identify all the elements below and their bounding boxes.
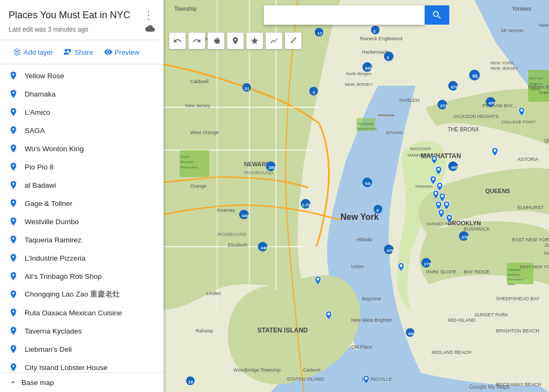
star-tool-button[interactable] [246, 32, 263, 49]
svg-text:New Ro...: New Ro... [539, 23, 549, 28]
svg-text:Carteret: Carteret [303, 367, 321, 373]
svg-text:New West Brighton: New West Brighton [351, 317, 392, 323]
place-item-9[interactable]: Taqueria Ramirez [0, 231, 164, 249]
svg-text:495: 495 [451, 165, 458, 170]
place-item-1[interactable]: Dhamaka [0, 85, 164, 103]
place-item-13[interactable]: Ruta Oaxaca Mexican Cuisine [0, 304, 164, 322]
place-item-16[interactable]: City Island Lobster House [0, 358, 164, 372]
svg-point-135 [437, 168, 440, 171]
svg-text:18: 18 [188, 380, 193, 384]
place-item-12[interactable]: Chongqing Lao Zao 重慶老灶 [0, 285, 164, 304]
svg-text:278: 278 [424, 262, 432, 267]
svg-text:Recreation: Recreation [508, 278, 523, 281]
place-name: Taqueria Ramirez [25, 236, 81, 244]
place-item-6[interactable]: al Badawi [0, 176, 164, 194]
place-item-7[interactable]: Gage & Tollner [0, 194, 164, 212]
pin-icon [231, 36, 240, 45]
svg-text:280: 280 [269, 165, 276, 170]
svg-text:1-79: 1-79 [302, 203, 311, 208]
place-name: Ali's Trinbago Roti Shop [25, 272, 102, 280]
svg-point-139 [441, 195, 444, 197]
place-name: Wu's Wonton King [25, 145, 84, 153]
place-name: City Island Lobster House [25, 364, 108, 372]
undo-button[interactable] [169, 32, 186, 49]
search-button[interactable] [425, 5, 449, 25]
svg-text:600: 600 [365, 66, 373, 71]
svg-point-148 [365, 377, 368, 380]
place-item-4[interactable]: Wu's Wonton King [0, 139, 164, 158]
place-item-5[interactable]: Pio Pio 8 [0, 158, 164, 176]
svg-point-136 [432, 177, 435, 180]
svg-point-147 [328, 313, 330, 315]
pin-tool-button[interactable] [227, 32, 244, 49]
base-map-section[interactable]: Base map [0, 372, 164, 392]
place-item-0[interactable]: Yellow Rose [0, 66, 164, 85]
place-pin-icon [9, 180, 18, 190]
svg-text:3: 3 [313, 90, 315, 95]
svg-text:17: 17 [317, 31, 322, 36]
place-pin-icon [9, 198, 18, 208]
svg-text:JACKSON HEIGHTS: JACKSON HEIGHTS [453, 114, 499, 119]
svg-rect-40 [180, 150, 209, 177]
place-item-15[interactable]: Liebman's Deli [0, 340, 164, 358]
svg-text:278: 278 [440, 103, 448, 108]
place-item-8[interactable]: Westville Dumbo [0, 212, 164, 231]
svg-text:Kennedy Interna...: Kennedy Interna... [544, 250, 549, 256]
svg-text:278: 278 [462, 235, 469, 240]
svg-text:MANHATTAN: MANHATTAN [407, 153, 434, 158]
svg-text:95: 95 [472, 73, 478, 79]
svg-text:Mountain: Mountain [181, 160, 194, 164]
svg-text:BUSHWICK: BUSHWICK [464, 226, 490, 232]
svg-text:Elizabeth: Elizabeth [228, 242, 248, 248]
map-canvas: NEWARK IRONBOUND IRONBOUND MANHATTAN BRO… [164, 0, 549, 392]
svg-text:West Orange: West Orange [190, 130, 219, 135]
place-item-2[interactable]: L'Amico [0, 103, 164, 121]
svg-text:EAST NEW YORK: EAST NEW YORK [520, 264, 549, 269]
place-pin-icon [9, 162, 18, 172]
place-pin-icon [9, 71, 18, 80]
line-tool-button[interactable] [265, 32, 283, 49]
svg-point-137 [439, 184, 441, 187]
place-item-14[interactable]: Taverna Kyclades [0, 322, 164, 340]
place-pin-icon [9, 144, 18, 153]
place-item-10[interactable]: L'Industrie Pizzeria [0, 249, 164, 267]
svg-text:NEW JERSEY: NEW JERSEY [345, 82, 373, 87]
place-pin-icon [9, 125, 18, 135]
svg-text:MID-ISLAND: MID-ISLAND [448, 317, 476, 323]
svg-text:BAY RIDGE: BAY RIDGE [464, 269, 489, 275]
svg-text:SUNSET PARK: SUNSET PARK [474, 312, 508, 317]
place-item-11[interactable]: Ali's Trinbago Roti Shop [0, 267, 164, 285]
ruler-button[interactable] [285, 32, 302, 49]
map-area[interactable]: NEWARK IRONBOUND IRONBOUND MANHATTAN BRO… [164, 0, 549, 392]
svg-text:3: 3 [387, 55, 389, 60]
add-layer-button[interactable]: Add layer [9, 45, 57, 60]
hand-tool-button[interactable] [207, 32, 225, 49]
place-pin-icon [9, 363, 18, 372]
cloud-save-icon [145, 24, 155, 35]
svg-text:THE BRONX: THE BRONX [448, 127, 479, 132]
place-name: Dhamaka [25, 90, 56, 98]
svg-text:The Newark: The Newark [358, 122, 374, 125]
star-icon [250, 36, 259, 45]
svg-text:21: 21 [244, 86, 249, 91]
svg-text:3: 3 [373, 29, 376, 34]
redo-button[interactable] [188, 32, 205, 49]
svg-point-143 [448, 216, 451, 219]
svg-text:SUNSET PARK: SUNSET PARK [426, 221, 456, 226]
place-name: Chongqing Lao Zao 重慶老灶 [25, 290, 120, 299]
svg-text:North Bergen: North Bergen [346, 71, 372, 76]
more-menu-icon[interactable]: ⋮ [142, 9, 155, 21]
undo-icon [173, 36, 182, 45]
svg-text:MIDTOWN: MIDTOWN [410, 146, 431, 151]
preview-button[interactable]: Preview [100, 45, 144, 60]
map-toolbar [169, 32, 302, 49]
svg-text:Mt Vernon: Mt Vernon [501, 28, 523, 33]
svg-text:South: South [181, 155, 189, 158]
place-item-3[interactable]: SAGA [0, 121, 164, 139]
svg-text:COLLEGE POINT: COLLEGE POINT [501, 120, 536, 124]
hand-icon [212, 36, 220, 45]
share-button[interactable]: Share [60, 45, 98, 60]
svg-text:New Jersey: New Jersey [185, 103, 211, 108]
search-input[interactable] [264, 5, 425, 25]
svg-text:678: 678 [451, 85, 458, 90]
